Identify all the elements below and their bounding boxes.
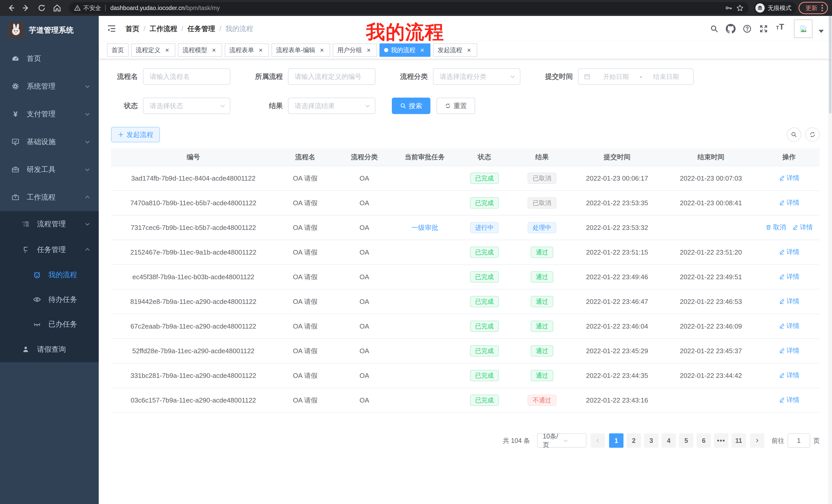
- forward-icon[interactable]: [20, 1, 33, 15]
- breadcrumb-item[interactable]: 工作流程: [150, 24, 177, 33]
- close-icon[interactable]: ×: [318, 47, 326, 54]
- jump-page-input[interactable]: [787, 433, 810, 448]
- status-badge-cell: 已完成: [456, 363, 513, 388]
- page-button-5[interactable]: 5: [679, 433, 694, 448]
- detail-action[interactable]: 详情: [779, 174, 799, 182]
- tab-流程模型[interactable]: 流程模型×: [178, 44, 222, 57]
- end-time: 2022-01-22 23:45:37: [663, 339, 758, 363]
- page-button-2[interactable]: 2: [627, 433, 641, 448]
- search-button[interactable]: 搜索: [392, 97, 431, 114]
- process-def-input[interactable]: [288, 68, 375, 85]
- sidebar-item-payment[interactable]: ¥ 支付管理: [0, 100, 99, 128]
- result-badge-cell: 通过: [513, 314, 571, 339]
- app-logo[interactable]: 芋道管理系统: [0, 16, 99, 45]
- actions-cell: 详情: [758, 264, 820, 289]
- sidebar-item-process-mgmt[interactable]: 流程管理: [0, 211, 99, 237]
- close-icon[interactable]: ×: [419, 47, 426, 54]
- tab-用户分组[interactable]: 用户分组×: [333, 44, 377, 57]
- process-name: OA 请假: [276, 191, 335, 215]
- browser-address-bar[interactable]: 不安全 dashboard.yudao.iocoder.cn/bpm/task/…: [69, 2, 749, 14]
- status-select[interactable]: 请选择状态: [143, 97, 230, 114]
- tab-流程表单[interactable]: 流程表单×: [225, 44, 269, 57]
- close-icon[interactable]: ×: [257, 47, 264, 54]
- detail-action[interactable]: 详情: [779, 396, 799, 404]
- sidebar-item-task-mgmt[interactable]: 任务管理: [0, 237, 99, 262]
- tab-发起流程[interactable]: 发起流程×: [433, 44, 477, 57]
- detail-action[interactable]: 详情: [779, 198, 799, 207]
- detail-action[interactable]: 详情: [779, 371, 799, 380]
- end-time: 2022-01-22 23:44:42: [663, 363, 758, 388]
- sidebar-item-done-tasks[interactable]: 已办任务: [0, 312, 99, 337]
- browser-menu-icon[interactable]: [822, 5, 823, 11]
- search-icon[interactable]: [707, 22, 721, 35]
- detail-action[interactable]: 详情: [792, 223, 813, 231]
- security-warning-icon[interactable]: [74, 5, 81, 11]
- page-button-4[interactable]: 4: [661, 433, 676, 448]
- page-button-1[interactable]: 1: [609, 433, 623, 448]
- cancel-action[interactable]: 取消: [765, 223, 786, 231]
- detail-action[interactable]: 详情: [779, 346, 799, 355]
- avatar[interactable]: [794, 20, 812, 38]
- close-icon[interactable]: ×: [210, 47, 217, 54]
- bookmark-star-icon[interactable]: [734, 2, 746, 13]
- help-icon[interactable]: [740, 22, 754, 35]
- sidebar-item-my-process[interactable]: 我的流程: [0, 262, 99, 287]
- create-process-button[interactable]: 发起流程: [111, 127, 160, 142]
- sidebar-item-system[interactable]: 系统管理: [0, 73, 99, 100]
- sidebar-collapse-button[interactable]: [107, 24, 117, 34]
- end-time: 2022-01-22 23:51:20: [663, 240, 758, 264]
- scrollbar[interactable]: [828, 16, 832, 504]
- tab-首页[interactable]: 首页: [107, 44, 129, 57]
- breadcrumb-item[interactable]: 首页: [126, 24, 139, 33]
- password-key-icon[interactable]: [723, 2, 734, 13]
- close-icon[interactable]: ×: [465, 47, 473, 54]
- process-name-input[interactable]: [143, 68, 230, 85]
- back-icon[interactable]: [4, 1, 18, 15]
- detail-action[interactable]: 详情: [779, 321, 799, 330]
- reset-button[interactable]: 重置: [437, 97, 475, 114]
- sidebar-item-workflow[interactable]: 工作流程: [0, 184, 99, 211]
- tab-流程定义[interactable]: 流程定义×: [131, 44, 175, 57]
- detail-action[interactable]: 详情: [779, 297, 799, 305]
- github-icon[interactable]: [724, 22, 737, 35]
- refresh-table-button[interactable]: [805, 128, 820, 142]
- home-icon[interactable]: [50, 1, 64, 15]
- sidebar-item-home[interactable]: 首页: [0, 45, 99, 73]
- prev-page-button[interactable]: [591, 433, 605, 448]
- page-button-3[interactable]: 3: [644, 433, 658, 448]
- sidebar-item-todo-tasks[interactable]: 待办任务: [0, 287, 99, 312]
- column-header: 流程名: [276, 148, 335, 166]
- sidebar-item-infra[interactable]: 基础设施: [0, 128, 99, 156]
- sidebar-item-leave-query[interactable]: 请假查询: [0, 337, 99, 362]
- reload-icon[interactable]: [35, 1, 48, 15]
- scrollbar-thumb[interactable]: [829, 16, 831, 114]
- close-icon[interactable]: ×: [163, 47, 171, 54]
- tab-我的流程[interactable]: 我的流程×: [380, 44, 431, 57]
- detail-action[interactable]: 详情: [779, 248, 799, 256]
- font-size-icon[interactable]: TT: [773, 22, 787, 35]
- page-size-select[interactable]: 10条/页: [537, 433, 587, 448]
- category-select[interactable]: 请选择流程分类: [433, 68, 520, 85]
- status-badge-cell: 已完成: [456, 240, 513, 264]
- avatar-caret-icon[interactable]: [818, 30, 824, 33]
- next-page-button[interactable]: [750, 433, 764, 448]
- page-button-11[interactable]: 11: [731, 433, 746, 448]
- fullscreen-icon[interactable]: [757, 22, 770, 35]
- sidebar-item-devtools[interactable]: 研发工具: [0, 156, 99, 184]
- more-pages-icon[interactable]: •••: [714, 433, 728, 448]
- page-button-6[interactable]: 6: [697, 433, 711, 448]
- actions-cell: 详情: [758, 289, 820, 314]
- submit-time: 2022-01-22 23:49:46: [571, 264, 663, 289]
- result-badge: 通过: [531, 296, 553, 307]
- result-select[interactable]: 请选择流结果: [288, 97, 375, 114]
- toggle-search-button[interactable]: [787, 128, 801, 142]
- submit-time-range-picker[interactable]: 开始日期 - 结束日期: [578, 68, 694, 85]
- chevron-down-icon: [84, 111, 90, 117]
- breadcrumb-item[interactable]: 任务管理: [187, 24, 215, 33]
- detail-action[interactable]: 详情: [779, 272, 799, 281]
- current-task-link[interactable]: 一级审批: [411, 224, 438, 231]
- close-icon[interactable]: ×: [365, 47, 372, 54]
- status-badge: 进行中: [470, 222, 499, 233]
- tab-流程表单-编辑[interactable]: 流程表单-编辑×: [271, 44, 330, 57]
- browser-update-button[interactable]: 更新: [799, 2, 828, 14]
